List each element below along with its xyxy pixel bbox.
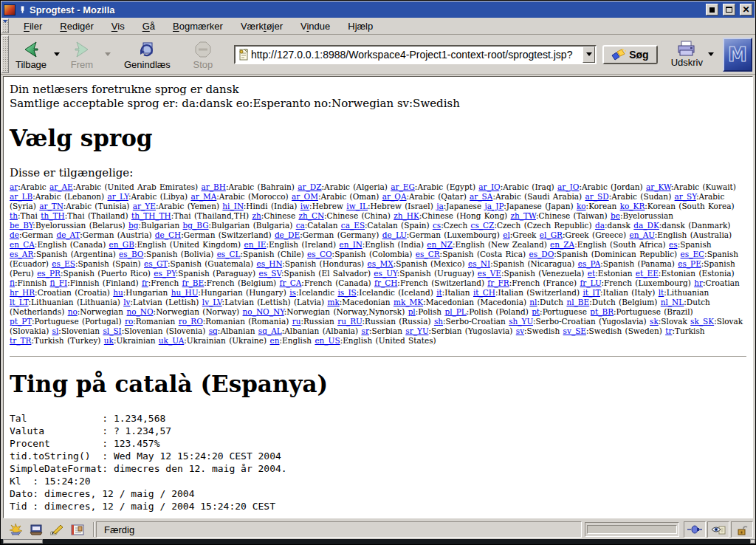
locale-link-be[interactable]: be bbox=[611, 211, 620, 220]
locale-link-ar_TN[interactable]: ar_TN bbox=[39, 202, 63, 210]
locale-link-ar_DZ[interactable]: ar_DZ bbox=[298, 182, 321, 191]
locale-link-en_US[interactable]: en_US bbox=[315, 336, 340, 345]
mozilla-logo-button[interactable]: M bbox=[723, 38, 752, 72]
locale-link-de[interactable]: de bbox=[10, 230, 19, 239]
locale-link-pt[interactable]: pt bbox=[532, 307, 540, 316]
locale-link-is_IS[interactable]: is_IS bbox=[337, 288, 356, 297]
locale-link-is[interactable]: is bbox=[289, 288, 296, 297]
locale-link-fr_FR[interactable]: fr_FR bbox=[487, 278, 509, 287]
locale-link-no_NO[interactable]: no_NO bbox=[126, 307, 153, 316]
locale-link-no_NO_NY[interactable]: no_NO_NY bbox=[243, 307, 284, 316]
locale-link-th_TH[interactable]: th_TH bbox=[41, 211, 64, 220]
resize-handle-right[interactable] bbox=[750, 539, 755, 544]
menubar-grippy[interactable] bbox=[1, 18, 9, 33]
locale-link-ja_JP[interactable]: ja_JP bbox=[485, 202, 504, 210]
locale-link-ar_QA[interactable]: ar_QA bbox=[382, 192, 407, 201]
locale-link-cs_CZ[interactable]: cs_CZ bbox=[471, 221, 495, 230]
locale-link-lv_LV[interactable]: lv_LV bbox=[202, 298, 222, 306]
locale-link-es_ES[interactable]: es_ES bbox=[52, 259, 75, 268]
locale-link-ar[interactable]: ar bbox=[10, 182, 18, 191]
locale-link-fr[interactable]: fr bbox=[142, 278, 148, 287]
forward-button[interactable]: Frem bbox=[61, 36, 103, 73]
locale-link-ro[interactable]: ro bbox=[125, 317, 133, 326]
locale-link-ro_RO[interactable]: ro_RO bbox=[179, 317, 203, 326]
menu-bogmrker[interactable]: Bogmærker bbox=[165, 19, 230, 33]
locale-link-es_DO[interactable]: es_DO bbox=[529, 250, 554, 258]
locale-link-hu_HU[interactable]: hu_HU bbox=[171, 288, 198, 297]
locale-link-es_BO[interactable]: es_BO bbox=[119, 250, 143, 258]
search-button[interactable]: Søg bbox=[602, 45, 657, 64]
reload-button[interactable]: Genindlæs bbox=[120, 36, 175, 73]
locale-link-lt_LT[interactable]: lt_LT bbox=[10, 298, 29, 306]
locale-link-de_AT[interactable]: de_AT bbox=[56, 230, 80, 239]
locale-link-bg_BG[interactable]: bg_BG bbox=[183, 221, 209, 230]
locale-link-es_CL[interactable]: es_CL bbox=[217, 250, 241, 258]
locale-link-lv[interactable]: lv bbox=[123, 298, 130, 306]
locale-link-fi_FI[interactable]: fi_FI bbox=[50, 278, 68, 287]
locale-link-zh[interactable]: zh bbox=[252, 211, 261, 220]
locale-link-et[interactable]: et bbox=[588, 269, 595, 278]
security-button[interactable] bbox=[731, 521, 753, 538]
locale-link-da_DK[interactable]: da_DK bbox=[633, 221, 659, 230]
locale-link-pt_PT[interactable]: pt_PT bbox=[10, 317, 32, 326]
locale-link-sq[interactable]: sq bbox=[209, 326, 218, 335]
locale-link-sh[interactable]: sh bbox=[434, 317, 443, 326]
locale-link-de_DE[interactable]: de_DE bbox=[275, 230, 300, 239]
locale-link-uk_UA[interactable]: uk_UA bbox=[159, 336, 184, 345]
locale-link-be_BY[interactable]: be_BY bbox=[10, 221, 32, 230]
resize-handle-left[interactable] bbox=[3, 539, 43, 544]
locale-link-es_VE[interactable]: es_VE bbox=[478, 269, 501, 278]
locale-link-en_AU[interactable]: en_AU bbox=[630, 230, 655, 239]
back-dropdown[interactable] bbox=[52, 36, 61, 73]
minimize-button[interactable] bbox=[706, 4, 718, 16]
locale-link-ru_RU[interactable]: ru_RU bbox=[337, 317, 362, 326]
locale-link-ar_YE[interactable]: ar_YE bbox=[133, 202, 156, 210]
locale-link-en_IN[interactable]: en_IN bbox=[339, 240, 362, 249]
locale-link-mk_MK[interactable]: mk_MK bbox=[394, 298, 423, 306]
locale-link-it_IT[interactable]: it_IT bbox=[583, 288, 600, 297]
titlebar[interactable]: Sprogtest - Mozilla ✕ bbox=[1, 1, 755, 18]
locale-link-ar_IQ[interactable]: ar_IQ bbox=[478, 182, 500, 191]
locale-link-es_NI[interactable]: es_NI bbox=[468, 259, 490, 268]
locale-link-tr_TR[interactable]: tr_TR bbox=[10, 336, 31, 345]
print-dropdown[interactable] bbox=[706, 36, 715, 73]
locale-link-sh_YU[interactable]: sh_YU bbox=[509, 317, 533, 326]
locale-link-bg[interactable]: bg bbox=[128, 221, 138, 230]
locale-link-es_CR[interactable]: es_CR bbox=[416, 250, 440, 258]
locale-link-sl[interactable]: sl bbox=[52, 326, 59, 335]
locale-link-es_GT[interactable]: es_GT bbox=[144, 259, 168, 268]
composer-taskbar-button[interactable] bbox=[49, 523, 65, 536]
locale-link-pt_BR[interactable]: pt_BR bbox=[590, 307, 614, 316]
menu-g[interactable]: Gå bbox=[135, 19, 162, 33]
locale-link-ar_SD[interactable]: ar_SD bbox=[585, 192, 608, 201]
locale-link-ca_ES[interactable]: ca_ES bbox=[341, 221, 365, 230]
menu-redigr[interactable]: Redigér bbox=[52, 19, 101, 33]
locale-link-et_EE[interactable]: et_EE bbox=[636, 269, 659, 278]
locale-link-cs[interactable]: cs bbox=[433, 221, 441, 230]
locale-link-no[interactable]: no bbox=[68, 307, 78, 316]
locale-link-fr_LU[interactable]: fr_LU bbox=[580, 278, 601, 287]
locale-link-ko[interactable]: ko bbox=[577, 202, 586, 210]
menu-vis[interactable]: Vis bbox=[104, 19, 132, 33]
maximize-button[interactable] bbox=[723, 4, 735, 16]
locale-link-ar_AE[interactable]: ar_AE bbox=[49, 182, 73, 191]
locale-link-sv_SE[interactable]: sv_SE bbox=[563, 326, 586, 335]
locale-link-es_UY[interactable]: es_UY bbox=[374, 269, 396, 278]
locale-link-es_MX[interactable]: es_MX bbox=[368, 259, 394, 268]
locale-link-ar_KW[interactable]: ar_KW bbox=[646, 182, 671, 191]
locale-link-es_HN[interactable]: es_HN bbox=[256, 259, 282, 268]
locale-link-es_PE[interactable]: es_PE bbox=[678, 259, 701, 268]
locale-link-ar_SY[interactable]: ar_SY bbox=[675, 192, 696, 201]
locale-link-en_ZA[interactable]: en_ZA bbox=[550, 240, 574, 249]
locale-link-zh_HK[interactable]: zh_HK bbox=[394, 211, 419, 220]
locale-link-tr[interactable]: tr bbox=[665, 326, 672, 335]
print-button[interactable]: Udskriv bbox=[668, 40, 706, 69]
locale-link-ar_LY[interactable]: ar_LY bbox=[107, 192, 128, 201]
locale-link-el_GR[interactable]: el_GR bbox=[540, 230, 563, 239]
locale-link-ca[interactable]: ca bbox=[296, 221, 305, 230]
locale-link-nl_NL[interactable]: nl_NL bbox=[661, 298, 684, 306]
back-button[interactable]: Tilbage bbox=[10, 36, 52, 73]
locale-link-hi_IN[interactable]: hi_IN bbox=[222, 202, 243, 210]
addressbook-taskbar-button[interactable] bbox=[69, 523, 86, 536]
online-status-button[interactable] bbox=[684, 521, 706, 538]
